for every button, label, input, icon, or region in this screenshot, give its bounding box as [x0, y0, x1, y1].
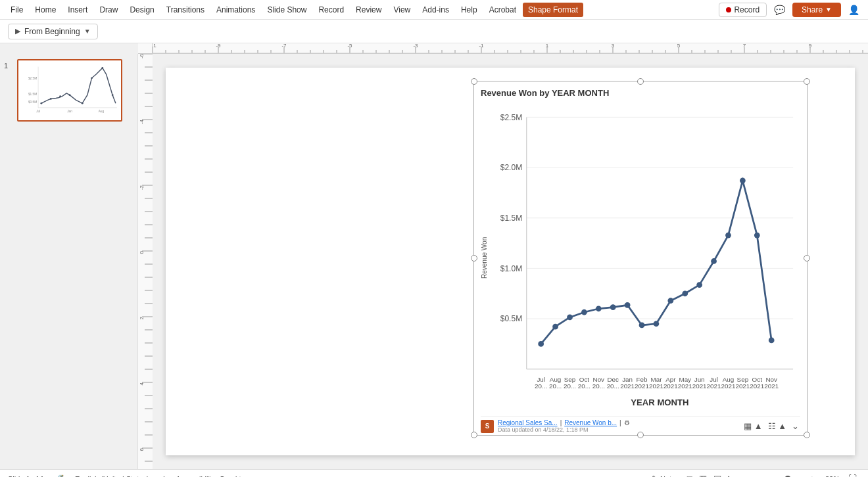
handle-mid-left[interactable]: [471, 255, 477, 261]
footer-separator: |: [560, 419, 562, 426]
slideshow-button[interactable]: ▶: [725, 472, 737, 477]
menu-home[interactable]: Home: [30, 3, 61, 17]
from-beginning-label: From Beginning: [24, 27, 80, 36]
menu-design[interactable]: Design: [124, 3, 159, 17]
chart-more-button[interactable]: ⌄: [790, 420, 800, 432]
accessibility-check-icon: ✓: [160, 474, 166, 477]
svg-point-43: [725, 233, 731, 238]
settings-link[interactable]: ⚙: [624, 419, 630, 426]
share-label: Share: [802, 5, 823, 14]
status-bar-right: ✎ Notes □ ▦ ▣ ▶ − + 82% ⛶: [652, 472, 860, 477]
svg-text:20...: 20...: [549, 382, 562, 390]
handle-bot-center[interactable]: [637, 432, 644, 438]
menu-file[interactable]: File: [5, 3, 28, 17]
menu-insert[interactable]: Insert: [62, 3, 93, 17]
handle-top-left[interactable]: [471, 78, 477, 85]
notes-icon: 🔏: [55, 474, 64, 478]
from-beginning-button[interactable]: ▶ From Beginning ▼: [8, 24, 98, 39]
svg-text:2021: 2021: [635, 382, 649, 390]
slide-sorter-button[interactable]: ▦: [696, 472, 710, 477]
menu-help[interactable]: Help: [456, 3, 483, 17]
svg-point-35: [610, 304, 616, 310]
svg-point-6: [69, 94, 71, 96]
svg-point-37: [639, 323, 645, 329]
zoom-controls: − + 82%: [742, 474, 840, 478]
chart-type-button[interactable]: ▦ ▲: [742, 420, 763, 432]
menu-addins[interactable]: Add-ins: [417, 3, 454, 17]
handle-bot-left[interactable]: [471, 432, 477, 438]
horizontal-ruler-area: [138, 43, 868, 54]
share-button[interactable]: Share ▼: [792, 3, 841, 17]
main-layout: 1: [0, 54, 868, 469]
chart-table-button[interactable]: ☷ ▲: [767, 420, 788, 432]
language-label: English (United States): [75, 475, 149, 478]
svg-point-5: [59, 95, 61, 97]
handle-top-right[interactable]: [804, 78, 810, 85]
horizontal-ruler: [153, 43, 868, 54]
notes-label: Notes: [660, 475, 679, 478]
menu-draw[interactable]: Draw: [94, 3, 123, 17]
handle-mid-right[interactable]: [804, 255, 810, 261]
slide-canvas: Revenue Won by YEAR MONTH Revenue Won: [166, 68, 855, 455]
slide-thumbnail-1[interactable]: Jul Jan Aug $2.5M $1.5M $0.5M: [17, 59, 122, 122]
reading-view-button[interactable]: ▣: [711, 472, 724, 477]
svg-text:20...: 20...: [607, 382, 619, 390]
menu-bar-right: Record 💬 Share ▼ 👤: [719, 3, 863, 17]
notes-button[interactable]: ✎ Notes: [652, 474, 679, 477]
chart-title: Revenue Won by YEAR MONTH: [481, 88, 800, 98]
normal-view-button[interactable]: □: [685, 472, 695, 477]
metric-link[interactable]: Revenue Won b...: [564, 419, 617, 426]
comment-button[interactable]: 💬: [771, 3, 788, 17]
thumbnail-chart: Jul Jan Aug $2.5M $1.5M $0.5M: [18, 60, 121, 120]
toolbar-row: ▶ From Beginning ▼: [0, 20, 868, 43]
menu-bar: File Home Insert Draw Design Transitions…: [0, 0, 868, 20]
slide-number-1: 1: [4, 59, 13, 70]
menu-animations[interactable]: Animations: [211, 3, 260, 17]
record-button[interactable]: Record: [719, 3, 767, 17]
menu-shape-format[interactable]: Shape Format: [523, 3, 583, 17]
footer-updated: Data updated on 4/18/22, 1:18 PM: [498, 426, 630, 433]
svg-point-34: [596, 306, 602, 311]
profile-button[interactable]: 👤: [845, 3, 863, 17]
svg-text:2021: 2021: [707, 382, 721, 390]
svg-text:$2.5M: $2.5M: [500, 113, 522, 122]
zoom-out-button[interactable]: −: [742, 474, 750, 478]
chart-footer-left: S Regional Sales Sa... | Revenue Won b..…: [481, 419, 630, 433]
canvas-area[interactable]: Revenue Won by YEAR MONTH Revenue Won: [153, 54, 868, 469]
svg-point-46: [769, 338, 775, 344]
status-bar: Slide 1 of 1 🔏 English (United States) ✓…: [0, 469, 868, 477]
zoom-percentage: 82%: [819, 475, 840, 478]
source-link[interactable]: Regional Sales Sa...: [498, 419, 558, 426]
menu-slideshow[interactable]: Slide Show: [262, 3, 312, 17]
svg-text:2021: 2021: [750, 382, 764, 390]
chart-object[interactable]: Revenue Won by YEAR MONTH Revenue Won: [473, 81, 808, 436]
menu-view[interactable]: View: [388, 3, 416, 17]
menu-review[interactable]: Review: [350, 3, 387, 17]
dropdown-arrow-icon: ▼: [84, 28, 91, 35]
chart-plot: $2.5M $2.0M $1.5M $1.0M $0.5M: [491, 102, 800, 413]
chart-body: Revenue Won: [481, 102, 800, 413]
svg-text:$0.5M: $0.5M: [500, 314, 522, 323]
handle-bot-right[interactable]: [804, 432, 810, 438]
svg-text:Jan: Jan: [67, 110, 72, 113]
zoom-in-button[interactable]: +: [808, 474, 816, 478]
svg-text:20...: 20...: [564, 382, 576, 390]
vertical-ruler: [138, 54, 153, 469]
svg-point-4: [50, 98, 52, 100]
notes-icon2: ✎: [652, 474, 658, 477]
svg-point-31: [552, 324, 558, 330]
chart-footer-info: Regional Sales Sa... | Revenue Won b... …: [498, 419, 630, 433]
svg-point-45: [754, 233, 760, 238]
svg-point-7: [82, 102, 84, 104]
menu-transitions[interactable]: Transitions: [161, 3, 210, 17]
svg-text:2021: 2021: [721, 382, 736, 390]
menu-record[interactable]: Record: [313, 3, 349, 17]
fit-slide-button[interactable]: ⛶: [845, 472, 860, 477]
vertical-ruler-canvas: [138, 54, 153, 469]
svg-point-38: [654, 321, 660, 327]
svg-point-42: [711, 258, 717, 264]
svg-point-3: [40, 102, 42, 104]
menu-acrobat[interactable]: Acrobat: [484, 3, 521, 17]
handle-top-center[interactable]: [637, 78, 644, 85]
svg-text:Aug: Aug: [99, 110, 105, 113]
